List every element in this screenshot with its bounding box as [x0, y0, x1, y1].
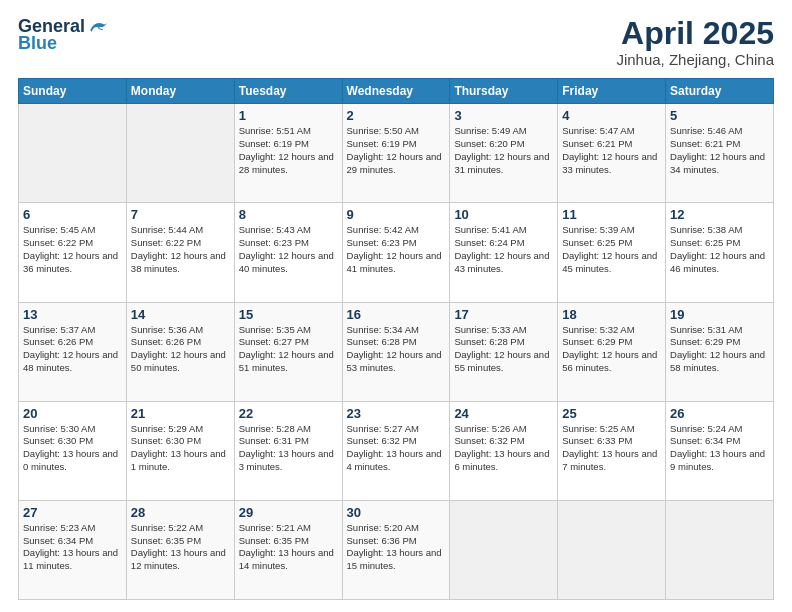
week-row-1: 1Sunrise: 5:51 AM Sunset: 6:19 PM Daylig… — [19, 104, 774, 203]
day-info: Sunrise: 5:23 AM Sunset: 6:34 PM Dayligh… — [23, 522, 122, 573]
day-info: Sunrise: 5:33 AM Sunset: 6:28 PM Dayligh… — [454, 324, 553, 375]
day-cell: 20Sunrise: 5:30 AM Sunset: 6:30 PM Dayli… — [19, 401, 127, 500]
day-cell: 24Sunrise: 5:26 AM Sunset: 6:32 PM Dayli… — [450, 401, 558, 500]
day-cell: 12Sunrise: 5:38 AM Sunset: 6:25 PM Dayli… — [666, 203, 774, 302]
day-cell: 27Sunrise: 5:23 AM Sunset: 6:34 PM Dayli… — [19, 500, 127, 599]
day-number: 26 — [670, 406, 769, 421]
page: General Blue April 2025 Jinhua, Zhejiang… — [0, 0, 792, 612]
logo-blue: Blue — [18, 33, 57, 54]
day-info: Sunrise: 5:41 AM Sunset: 6:24 PM Dayligh… — [454, 224, 553, 275]
calendar-header-row: SundayMondayTuesdayWednesdayThursdayFrid… — [19, 79, 774, 104]
col-header-wednesday: Wednesday — [342, 79, 450, 104]
day-number: 28 — [131, 505, 230, 520]
day-info: Sunrise: 5:35 AM Sunset: 6:27 PM Dayligh… — [239, 324, 338, 375]
day-info: Sunrise: 5:36 AM Sunset: 6:26 PM Dayligh… — [131, 324, 230, 375]
day-number: 10 — [454, 207, 553, 222]
day-number: 16 — [347, 307, 446, 322]
day-cell: 30Sunrise: 5:20 AM Sunset: 6:36 PM Dayli… — [342, 500, 450, 599]
day-cell: 6Sunrise: 5:45 AM Sunset: 6:22 PM Daylig… — [19, 203, 127, 302]
day-info: Sunrise: 5:42 AM Sunset: 6:23 PM Dayligh… — [347, 224, 446, 275]
day-cell: 13Sunrise: 5:37 AM Sunset: 6:26 PM Dayli… — [19, 302, 127, 401]
day-cell: 25Sunrise: 5:25 AM Sunset: 6:33 PM Dayli… — [558, 401, 666, 500]
day-info: Sunrise: 5:30 AM Sunset: 6:30 PM Dayligh… — [23, 423, 122, 474]
day-number: 11 — [562, 207, 661, 222]
day-number: 5 — [670, 108, 769, 123]
day-cell: 21Sunrise: 5:29 AM Sunset: 6:30 PM Dayli… — [126, 401, 234, 500]
day-cell: 9Sunrise: 5:42 AM Sunset: 6:23 PM Daylig… — [342, 203, 450, 302]
day-cell: 26Sunrise: 5:24 AM Sunset: 6:34 PM Dayli… — [666, 401, 774, 500]
day-cell: 29Sunrise: 5:21 AM Sunset: 6:35 PM Dayli… — [234, 500, 342, 599]
day-cell — [126, 104, 234, 203]
day-number: 30 — [347, 505, 446, 520]
day-number: 23 — [347, 406, 446, 421]
day-cell: 5Sunrise: 5:46 AM Sunset: 6:21 PM Daylig… — [666, 104, 774, 203]
day-info: Sunrise: 5:39 AM Sunset: 6:25 PM Dayligh… — [562, 224, 661, 275]
day-cell: 23Sunrise: 5:27 AM Sunset: 6:32 PM Dayli… — [342, 401, 450, 500]
day-info: Sunrise: 5:49 AM Sunset: 6:20 PM Dayligh… — [454, 125, 553, 176]
day-info: Sunrise: 5:43 AM Sunset: 6:23 PM Dayligh… — [239, 224, 338, 275]
day-number: 19 — [670, 307, 769, 322]
day-number: 21 — [131, 406, 230, 421]
day-cell: 11Sunrise: 5:39 AM Sunset: 6:25 PM Dayli… — [558, 203, 666, 302]
day-number: 15 — [239, 307, 338, 322]
day-info: Sunrise: 5:21 AM Sunset: 6:35 PM Dayligh… — [239, 522, 338, 573]
day-cell: 19Sunrise: 5:31 AM Sunset: 6:29 PM Dayli… — [666, 302, 774, 401]
day-info: Sunrise: 5:20 AM Sunset: 6:36 PM Dayligh… — [347, 522, 446, 573]
day-info: Sunrise: 5:26 AM Sunset: 6:32 PM Dayligh… — [454, 423, 553, 474]
week-row-2: 6Sunrise: 5:45 AM Sunset: 6:22 PM Daylig… — [19, 203, 774, 302]
day-cell — [19, 104, 127, 203]
day-info: Sunrise: 5:29 AM Sunset: 6:30 PM Dayligh… — [131, 423, 230, 474]
day-info: Sunrise: 5:51 AM Sunset: 6:19 PM Dayligh… — [239, 125, 338, 176]
day-info: Sunrise: 5:24 AM Sunset: 6:34 PM Dayligh… — [670, 423, 769, 474]
header: General Blue April 2025 Jinhua, Zhejiang… — [18, 16, 774, 68]
title-block: April 2025 Jinhua, Zhejiang, China — [616, 16, 774, 68]
day-info: Sunrise: 5:27 AM Sunset: 6:32 PM Dayligh… — [347, 423, 446, 474]
day-number: 1 — [239, 108, 338, 123]
week-row-5: 27Sunrise: 5:23 AM Sunset: 6:34 PM Dayli… — [19, 500, 774, 599]
day-number: 2 — [347, 108, 446, 123]
day-number: 27 — [23, 505, 122, 520]
day-cell: 18Sunrise: 5:32 AM Sunset: 6:29 PM Dayli… — [558, 302, 666, 401]
day-cell: 17Sunrise: 5:33 AM Sunset: 6:28 PM Dayli… — [450, 302, 558, 401]
day-info: Sunrise: 5:47 AM Sunset: 6:21 PM Dayligh… — [562, 125, 661, 176]
week-row-4: 20Sunrise: 5:30 AM Sunset: 6:30 PM Dayli… — [19, 401, 774, 500]
day-info: Sunrise: 5:44 AM Sunset: 6:22 PM Dayligh… — [131, 224, 230, 275]
day-cell — [666, 500, 774, 599]
day-number: 25 — [562, 406, 661, 421]
day-cell: 22Sunrise: 5:28 AM Sunset: 6:31 PM Dayli… — [234, 401, 342, 500]
day-cell: 28Sunrise: 5:22 AM Sunset: 6:35 PM Dayli… — [126, 500, 234, 599]
day-info: Sunrise: 5:31 AM Sunset: 6:29 PM Dayligh… — [670, 324, 769, 375]
day-number: 29 — [239, 505, 338, 520]
day-cell — [558, 500, 666, 599]
day-cell: 8Sunrise: 5:43 AM Sunset: 6:23 PM Daylig… — [234, 203, 342, 302]
day-number: 18 — [562, 307, 661, 322]
sub-title: Jinhua, Zhejiang, China — [616, 51, 774, 68]
day-cell: 7Sunrise: 5:44 AM Sunset: 6:22 PM Daylig… — [126, 203, 234, 302]
day-number: 7 — [131, 207, 230, 222]
day-cell: 14Sunrise: 5:36 AM Sunset: 6:26 PM Dayli… — [126, 302, 234, 401]
col-header-thursday: Thursday — [450, 79, 558, 104]
col-header-tuesday: Tuesday — [234, 79, 342, 104]
day-number: 12 — [670, 207, 769, 222]
day-cell: 10Sunrise: 5:41 AM Sunset: 6:24 PM Dayli… — [450, 203, 558, 302]
day-info: Sunrise: 5:32 AM Sunset: 6:29 PM Dayligh… — [562, 324, 661, 375]
day-number: 3 — [454, 108, 553, 123]
calendar-table: SundayMondayTuesdayWednesdayThursdayFrid… — [18, 78, 774, 600]
day-number: 8 — [239, 207, 338, 222]
day-info: Sunrise: 5:28 AM Sunset: 6:31 PM Dayligh… — [239, 423, 338, 474]
day-number: 13 — [23, 307, 122, 322]
day-cell — [450, 500, 558, 599]
day-cell: 4Sunrise: 5:47 AM Sunset: 6:21 PM Daylig… — [558, 104, 666, 203]
day-info: Sunrise: 5:25 AM Sunset: 6:33 PM Dayligh… — [562, 423, 661, 474]
day-info: Sunrise: 5:34 AM Sunset: 6:28 PM Dayligh… — [347, 324, 446, 375]
day-info: Sunrise: 5:37 AM Sunset: 6:26 PM Dayligh… — [23, 324, 122, 375]
logo: General Blue — [18, 16, 109, 54]
day-number: 9 — [347, 207, 446, 222]
day-info: Sunrise: 5:50 AM Sunset: 6:19 PM Dayligh… — [347, 125, 446, 176]
day-number: 24 — [454, 406, 553, 421]
day-number: 6 — [23, 207, 122, 222]
day-info: Sunrise: 5:22 AM Sunset: 6:35 PM Dayligh… — [131, 522, 230, 573]
day-number: 17 — [454, 307, 553, 322]
col-header-monday: Monday — [126, 79, 234, 104]
col-header-friday: Friday — [558, 79, 666, 104]
